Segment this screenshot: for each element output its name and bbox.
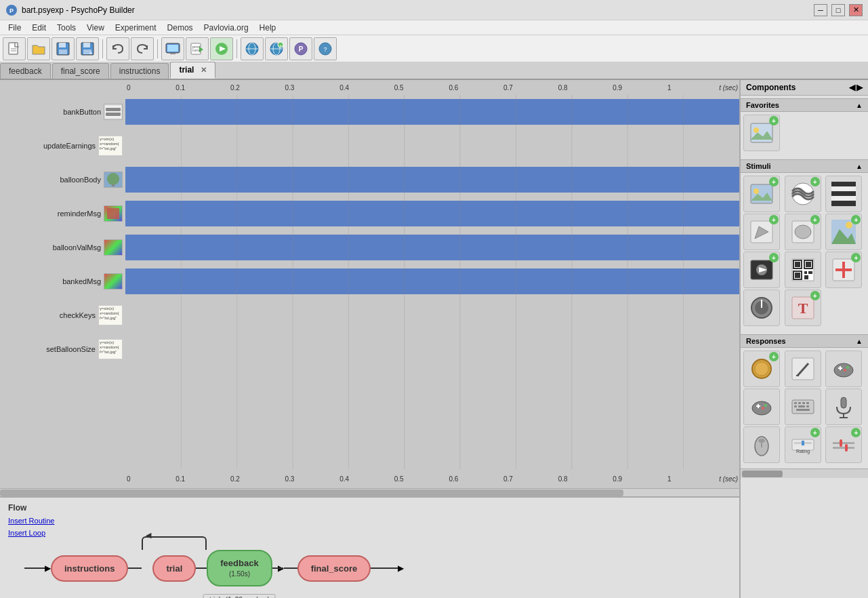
redo-button[interactable] <box>131 37 154 60</box>
insert-loop-link[interactable]: Insert Loop <box>8 527 731 540</box>
psychopy-icon: P <box>5 4 18 16</box>
row-bankbutton: bankButton <box>0 95 739 129</box>
flow-routine-instructions[interactable]: instructions <box>51 555 128 582</box>
comp-mountain[interactable]: + <box>825 214 862 250</box>
bar-balloonvalmsg[interactable] <box>125 235 739 260</box>
comp-movie[interactable]: + <box>743 252 780 288</box>
comp-rating[interactable]: + Rating <box>785 426 821 463</box>
row-name-remindermsg: reminderMsg <box>58 210 101 218</box>
bar-bankedmsg[interactable] <box>125 268 739 294</box>
insert-routine-link[interactable]: Insert Routine <box>8 515 731 527</box>
components-panel: Components ◀ ▶ Favorites ▲ + Stimuli <box>739 80 868 598</box>
tick-03-top: 0.3 <box>285 84 295 92</box>
svg-rect-93 <box>840 366 841 370</box>
menu-experiment[interactable]: Experiment <box>110 22 162 34</box>
menu-view[interactable]: View <box>81 22 110 34</box>
comp-button[interactable]: + <box>743 351 780 387</box>
flow-routine-feedback[interactable]: feedback(1.50s) <box>207 550 272 586</box>
axis-bottom-unit: t (sec) <box>719 475 738 483</box>
tab-final-score[interactable]: final_score <box>52 63 109 79</box>
bar-remindermsg[interactable] <box>125 201 739 226</box>
tick-09-top: 0.9 <box>613 84 622 92</box>
comp-image-stim[interactable]: + <box>743 176 780 212</box>
bar-balloonbody[interactable] <box>125 167 739 193</box>
comp-keyboard[interactable] <box>785 388 821 425</box>
menu-demos[interactable]: Demos <box>162 22 199 34</box>
stimuli-label: Stimuli <box>746 162 771 170</box>
menu-file[interactable]: File <box>3 22 26 34</box>
tab-trial[interactable]: trial ✕ <box>170 62 215 79</box>
menu-edit[interactable]: Edit <box>26 22 51 34</box>
comp-image-favorite[interactable]: + <box>743 115 780 151</box>
components-collapse-right[interactable]: ▶ <box>856 83 863 92</box>
favorites-section-title: Favorites ▲ <box>741 98 868 112</box>
svg-rect-70 <box>795 262 800 267</box>
undo-button[interactable] <box>106 37 129 60</box>
maximize-button[interactable]: □ <box>831 4 845 16</box>
globe2-button[interactable]: + <box>265 37 288 60</box>
comp-gamepad2[interactable] <box>743 388 780 425</box>
flow-routine-finalscore[interactable]: final_score <box>297 555 371 582</box>
comp-blob[interactable]: + <box>785 214 821 250</box>
scrollbar-thumb[interactable] <box>0 490 623 496</box>
components-collapse-left[interactable]: ◀ <box>849 83 855 92</box>
tick-04-bot: 0.4 <box>339 475 349 483</box>
menu-help[interactable]: Help <box>254 22 282 34</box>
run-button[interactable] <box>210 37 233 60</box>
svg-text:Rating: Rating <box>796 449 810 454</box>
bar-bankbutton[interactable] <box>125 99 739 125</box>
stimuli-arrow[interactable]: ▲ <box>856 163 863 170</box>
tab-trial-close[interactable]: ✕ <box>201 66 207 74</box>
tab-bar: feedback final_score instructions trial … <box>0 62 868 80</box>
comp-slider[interactable]: + <box>825 426 862 463</box>
comp-cross[interactable]: + <box>825 252 862 288</box>
compile-button[interactable]: printrun() <box>186 37 209 60</box>
save-button[interactable] <box>51 37 75 60</box>
comp-mouse[interactable] <box>743 426 780 463</box>
svg-point-95 <box>844 369 846 372</box>
row-setballoonsize: setBalloonSize y=sin(x) x=random( f="tst… <box>0 332 739 366</box>
open-button[interactable] <box>27 37 50 60</box>
svg-rect-38 <box>107 208 119 219</box>
horizontal-scrollbar[interactable] <box>0 488 739 496</box>
minimize-button[interactable]: ─ <box>814 4 827 16</box>
timeline-canvas[interactable]: 0 0.1 0.2 0.3 0.4 0.5 0.6 0.7 0.8 0.9 1 … <box>0 80 739 488</box>
menu-pavlovia[interactable]: Pavlovia.org <box>199 22 254 34</box>
comp-pencil[interactable] <box>785 351 821 387</box>
label-setballoonsize: setBalloonSize y=sin(x) x=random( f="tst… <box>0 339 125 359</box>
components-header: Components ◀ ▶ <box>741 80 868 96</box>
menu-tools[interactable]: Tools <box>51 22 81 34</box>
comp-dial[interactable] <box>743 290 780 326</box>
new-button[interactable] <box>3 37 26 60</box>
row-name-balloonvalmsg: balloonValMsg <box>53 243 101 252</box>
flow-routine-trial[interactable]: trial <box>152 555 196 582</box>
monitor-button[interactable] <box>161 37 184 60</box>
comp-grating[interactable]: + <box>785 176 821 212</box>
comp-gamepad1[interactable] <box>825 351 862 387</box>
tab-instructions[interactable]: instructions <box>110 63 169 79</box>
add-badge-cross: + <box>851 253 861 262</box>
globe3-button[interactable]: P <box>289 37 312 60</box>
tick-07-top: 0.7 <box>503 84 513 92</box>
svg-rect-98 <box>758 404 759 408</box>
comp-mic[interactable] <box>825 388 862 425</box>
globe1-button[interactable] <box>241 37 264 60</box>
save-as-button[interactable]: + <box>76 37 99 60</box>
responses-section-title: Responses ▲ <box>741 334 868 348</box>
svg-text:P: P <box>9 7 14 14</box>
comp-text[interactable]: + T <box>785 290 821 326</box>
tab-feedback[interactable]: feedback <box>0 63 51 79</box>
comp-qr[interactable] <box>785 252 821 288</box>
add-badge-rating: + <box>810 428 820 437</box>
balloonvalmsg-icon <box>104 239 123 256</box>
tick-06-bot: 0.6 <box>449 475 458 483</box>
favorites-arrow[interactable]: ▲ <box>856 102 863 109</box>
add-badge-text: + <box>810 291 820 300</box>
comp-pen[interactable]: + <box>743 214 780 250</box>
comp-scroll-thumb[interactable] <box>742 471 783 477</box>
responses-arrow[interactable]: ▲ <box>856 338 863 345</box>
comp-sinusoidal[interactable] <box>825 176 862 212</box>
comp-panel-bottom-scroll[interactable] <box>741 469 868 478</box>
globe4-button[interactable]: ? <box>314 37 337 60</box>
close-button[interactable]: ✕ <box>849 4 863 16</box>
